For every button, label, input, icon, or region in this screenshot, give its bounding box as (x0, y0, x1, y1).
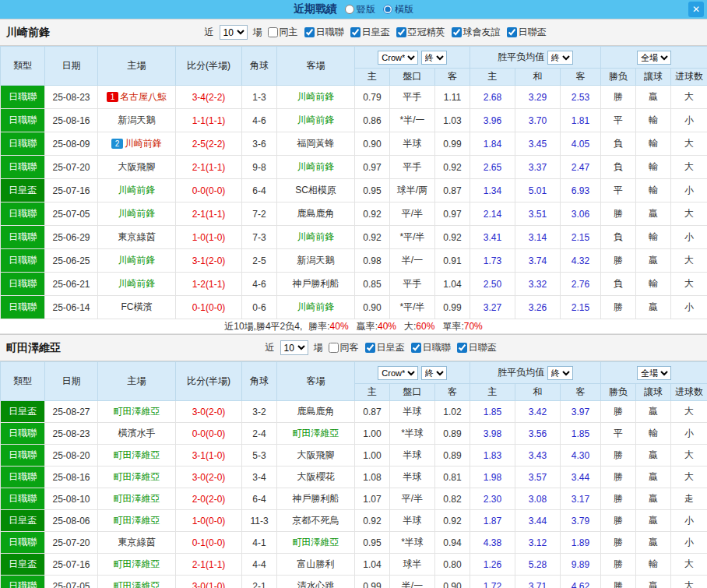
layout-vertical-option[interactable]: 豎版 (345, 3, 375, 16)
filter-checkbox-input[interactable] (304, 27, 315, 37)
scope-select[interactable]: 全場 (637, 366, 671, 380)
corner-cell: 6-4 (242, 488, 277, 510)
away-team-name[interactable]: 川崎前鋒 (297, 301, 335, 312)
result-group-header: 全場 (601, 47, 707, 69)
filter-checkbox-input[interactable] (268, 27, 278, 37)
filter-checkbox-input[interactable] (507, 27, 517, 37)
horizontal-radio[interactable] (383, 5, 392, 14)
result-wdl-cell: 負 (601, 226, 636, 249)
home-team-name[interactable]: 新潟天鵝 (118, 114, 156, 125)
home-team-name[interactable]: 町田澤維亞 (114, 471, 160, 482)
away-team-name[interactable]: 新潟天鵝 (297, 255, 335, 266)
away-team-name[interactable]: 京都不死鳥 (293, 515, 339, 526)
filter-checkbox-input[interactable] (452, 27, 462, 37)
layout-horizontal-option[interactable]: 橫版 (383, 3, 413, 16)
away-team-name[interactable]: 川崎前鋒 (297, 161, 335, 172)
avg-stage-select[interactable]: 終 (547, 51, 573, 65)
away-team-name[interactable]: 富山勝利 (297, 558, 335, 569)
result-goals-cell: 大 (671, 273, 707, 296)
filter-checkbox-input[interactable] (365, 343, 375, 353)
filter-checkbox-input[interactable] (411, 343, 421, 353)
away-team-name[interactable]: 町田澤維亞 (293, 537, 339, 548)
near-count-select[interactable]: 10 (220, 25, 248, 40)
filter-checkbox[interactable]: 日皇盃 (365, 341, 405, 354)
away-team-name[interactable]: SC相模原 (295, 185, 336, 195)
home-team-name[interactable]: 川崎前鋒 (118, 255, 156, 266)
filter-checkbox[interactable]: 日職聯 (411, 341, 451, 354)
home-team-name[interactable]: 名古屋八鯨 (120, 91, 167, 102)
filter-checkbox-input[interactable] (350, 27, 361, 37)
filter-checkbox-input[interactable] (396, 27, 406, 37)
home-team-name[interactable]: 大阪飛腳 (118, 161, 156, 172)
home-team-name[interactable]: 町田澤維亞 (114, 406, 160, 417)
away-team-name[interactable]: 川崎前鋒 (297, 231, 335, 242)
away-team-name[interactable]: 川崎前鋒 (297, 91, 335, 102)
home-team-name[interactable]: 町田澤維亞 (114, 515, 160, 526)
avg-stage-select[interactable]: 終 (547, 366, 573, 380)
league-cell: 日職聯 (1, 445, 45, 467)
filter-checkbox[interactable]: 球會友誼 (452, 26, 501, 39)
avg-draw-cell: 3.43 (515, 445, 561, 467)
filter-checkbox[interactable]: 日聯盃 (507, 26, 547, 39)
home-team-name[interactable]: 川崎前鋒 (125, 138, 162, 149)
home-team-name[interactable]: 町田澤維亞 (114, 449, 160, 460)
away-team-name[interactable]: 鹿島鹿角 (297, 208, 335, 219)
filter-checkbox-input[interactable] (457, 343, 467, 353)
bookmaker-select[interactable]: Crow* (378, 366, 418, 380)
away-team-name[interactable]: 鹿島鹿角 (297, 406, 335, 417)
away-team-name[interactable]: 福岡黃蜂 (297, 138, 335, 149)
league-cell: 日職聯 (1, 488, 45, 510)
home-team-name[interactable]: 東京綠茵 (118, 537, 156, 548)
home-team-name[interactable]: 町田澤維亞 (114, 558, 160, 569)
avg-home-cell: 1.83 (470, 445, 515, 467)
home-team-name[interactable]: FC橫濱 (121, 301, 153, 312)
match-row: 日職聯 25-08-10 町田澤維亞 2-0(2-0) 6-4 神戶勝利船 1.… (1, 488, 707, 510)
score-cell: 2-1(1-1) (176, 554, 242, 576)
league-cell: 日職聯 (1, 132, 45, 156)
away-team-name[interactable]: 大阪櫻花 (297, 471, 335, 482)
away-team-name[interactable]: 大阪飛腳 (297, 449, 335, 460)
home-team-name[interactable]: 川崎前鋒 (118, 278, 156, 289)
filter-checkbox-label: 同主 (280, 26, 298, 39)
away-team-name[interactable]: 町田澤維亞 (293, 428, 339, 438)
away-team-name[interactable]: 川崎前鋒 (297, 114, 335, 125)
home-team-name[interactable]: 川崎前鋒 (118, 208, 156, 219)
away-team-name[interactable]: 神戶勝利船 (293, 278, 339, 289)
home-team-name[interactable]: 川崎前鋒 (118, 185, 156, 195)
handicap-cell: *平/半 (390, 296, 435, 319)
home-team-name[interactable]: 町田澤維亞 (114, 580, 160, 588)
team-section-away: 町田澤維亞 近 10 場 同客日皇盃日職聯日聯盃 類型 日期 主場 比分(半場)… (0, 334, 707, 588)
bookmaker-select[interactable]: Crow* (378, 51, 418, 65)
card-badge: 2 (111, 139, 123, 149)
filter-checkbox[interactable]: 日聯盃 (457, 341, 497, 354)
avg-home-cell: 1.85 (470, 401, 515, 423)
filter-checkbox[interactable]: 日職聯 (304, 26, 344, 39)
avg-draw-cell: 3.12 (515, 532, 561, 554)
stat-value: 70% (464, 321, 483, 332)
away-team-name[interactable]: 神戶勝利船 (293, 493, 339, 504)
vertical-radio[interactable] (345, 5, 354, 14)
home-team-name[interactable]: 橫濱水手 (118, 428, 156, 438)
away-team-cell: 富山勝利 (277, 554, 355, 576)
odds-away-cell: 0.92 (435, 156, 470, 179)
match-row: 日職聯 25-08-16 新潟天鵝 1-1(1-1) 4-6 川崎前鋒 0.86… (1, 109, 707, 132)
handicap-cell: 半球 (390, 467, 435, 488)
filter-checkbox[interactable]: 同客 (329, 341, 359, 354)
odds-stage-select[interactable]: 終 (421, 366, 447, 380)
filter-checkbox[interactable]: 日皇盃 (350, 26, 390, 39)
filter-checkbox-input[interactable] (329, 343, 339, 353)
scope-select[interactable]: 全場 (637, 51, 671, 65)
filter-checkbox-label: 球會友誼 (463, 26, 501, 39)
home-team-name[interactable]: 町田澤維亞 (114, 493, 160, 504)
filter-checkbox[interactable]: 同主 (268, 26, 298, 39)
avg-home-cell: 2.14 (470, 202, 515, 226)
away-team-name[interactable]: 清水心跳 (297, 580, 335, 588)
col-home: 主場 (98, 47, 176, 86)
home-team-cell: 町田澤維亞 (98, 445, 176, 467)
near-count-select[interactable]: 10 (280, 340, 308, 355)
filter-checkbox[interactable]: 亞冠精英 (396, 26, 445, 39)
close-icon[interactable]: ✕ (688, 2, 704, 17)
home-team-name[interactable]: 東京綠茵 (118, 231, 156, 242)
corner-cell: 2-4 (242, 423, 277, 445)
odds-stage-select[interactable]: 終 (421, 51, 447, 65)
